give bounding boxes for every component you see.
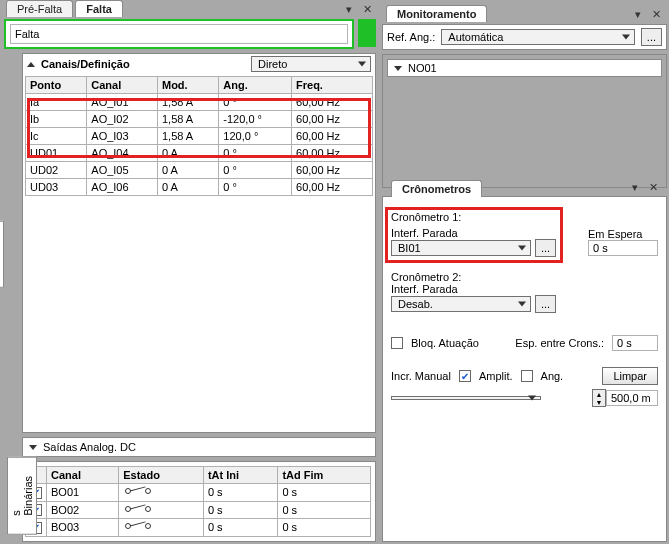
canais-mode-select[interactable]: Direto: [251, 56, 371, 72]
chevron-down-icon: [394, 66, 402, 71]
spin-down[interactable]: ▼: [593, 398, 605, 406]
dc-th-tadfim: tAd Fim: [278, 467, 371, 484]
dropdown-icon[interactable]: ▾: [628, 181, 642, 193]
table-row[interactable]: IaAO_I011,58 A0 °60,00 Hz: [26, 94, 373, 111]
limpar-button[interactable]: Limpar: [602, 367, 658, 385]
table-row[interactable]: ✔BO030 s0 s: [26, 519, 371, 537]
chevron-up-icon[interactable]: [27, 62, 35, 67]
dropdown-icon[interactable]: ▾: [342, 3, 356, 15]
refang-label: Ref. Ang.:: [387, 31, 435, 43]
dropdown-icon[interactable]: ▾: [631, 8, 645, 20]
refang-ellipsis-button[interactable]: ...: [641, 28, 662, 46]
th-ang: Ang.: [219, 77, 292, 94]
cron1-espera-label: Em Espera: [588, 228, 658, 240]
node-tab-no01[interactable]: NO01: [0, 221, 4, 288]
refang-select[interactable]: Automática: [441, 29, 635, 45]
table-row[interactable]: UD02AO_I050 A0 °60,00 Hz: [26, 162, 373, 179]
monitor-node-label: NO01: [408, 62, 437, 74]
tab-monitoramento[interactable]: Monitoramento: [386, 5, 487, 22]
incr-manual-label: Incr. Manual: [391, 370, 451, 382]
tab-prefalta[interactable]: Pré-Falta: [6, 0, 73, 17]
falta-title-input[interactable]: [10, 24, 348, 44]
esp-crons-value[interactable]: 0 s: [612, 335, 658, 351]
amplit-label: Amplit.: [479, 370, 513, 382]
table-row[interactable]: IcAO_I031,58 A120,0 °60,00 Hz: [26, 128, 373, 145]
cron1-title: Cronômetro 1:: [391, 211, 658, 223]
amplit-checkbox[interactable]: ✔: [459, 370, 471, 382]
chevron-down-icon: [29, 445, 37, 450]
table-row[interactable]: ✔BO010 s0 s: [26, 484, 371, 502]
canais-table: Ponto Canal Mod. Ang. Freq. IaAO_I011,58…: [25, 76, 373, 196]
binarias-tab[interactable]: s Binárias: [7, 457, 37, 535]
esp-crons-label: Esp. entre Crons.:: [515, 337, 604, 349]
cron2-title: Cronômetro 2:: [391, 271, 658, 283]
th-canal: Canal: [87, 77, 158, 94]
th-mod: Mod.: [157, 77, 218, 94]
incr-select[interactable]: [391, 396, 541, 400]
dc-th-tatini: tAt Ini: [203, 467, 277, 484]
spin-up[interactable]: ▲: [593, 390, 605, 398]
switch-open-icon: [123, 486, 153, 496]
ang-label: Ang.: [541, 370, 564, 382]
cron2-parada-select[interactable]: Desab.: [391, 296, 531, 312]
dc-title: Saídas Analog. DC: [43, 441, 136, 453]
table-row[interactable]: UD01AO_I040 A0 °60,00 Hz: [26, 145, 373, 162]
dc-th-estado: Estado: [119, 467, 204, 484]
monitor-node-no01[interactable]: NO01: [387, 59, 662, 77]
table-row[interactable]: ✔BO020 s0 s: [26, 501, 371, 519]
table-row[interactable]: IbAO_I021,58 A-120,0 °60,00 Hz: [26, 111, 373, 128]
switch-open-icon: [123, 504, 153, 514]
switch-open-icon: [123, 521, 153, 531]
th-freq: Freq.: [292, 77, 373, 94]
cron1-parada-select[interactable]: BI01: [391, 240, 531, 256]
tab-cronometros[interactable]: Crônometros: [391, 180, 482, 197]
close-icon[interactable]: ✕: [360, 3, 374, 15]
cron2-parada-label: Interf. Parada: [391, 283, 658, 295]
bloq-atuacao-checkbox[interactable]: [391, 337, 403, 349]
dc-section-header[interactable]: Saídas Analog. DC: [22, 437, 376, 457]
tab-falta[interactable]: Falta: [75, 0, 123, 17]
close-icon[interactable]: ✕: [646, 181, 660, 193]
cron1-parada-label: Interf. Parada: [391, 227, 580, 239]
ang-checkbox[interactable]: [521, 370, 533, 382]
status-strip: [358, 19, 376, 47]
spin-value[interactable]: 500,0 m: [606, 390, 658, 406]
canais-title: Canais/Definição: [41, 58, 130, 70]
cron1-ellipsis-button[interactable]: ...: [535, 239, 556, 257]
dc-th-canal: Canal: [47, 467, 119, 484]
th-ponto: Ponto: [26, 77, 87, 94]
cron2-ellipsis-button[interactable]: ...: [535, 295, 556, 313]
cron1-espera-value: 0 s: [588, 240, 658, 256]
bloq-atuacao-label: Bloq. Atuação: [411, 337, 479, 349]
close-icon[interactable]: ✕: [649, 8, 663, 20]
table-row[interactable]: UD03AO_I060 A0 °60,00 Hz: [26, 179, 373, 196]
